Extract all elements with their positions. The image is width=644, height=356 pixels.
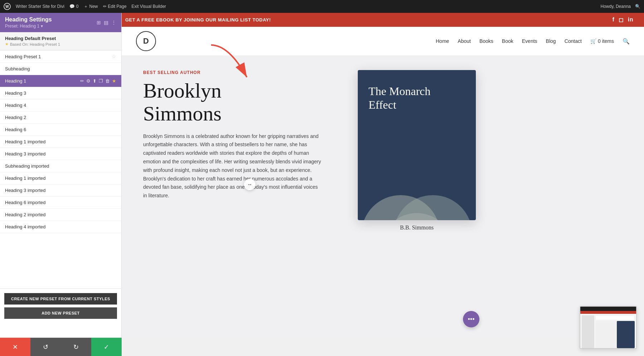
nav-search-icon[interactable]: 🔍 bbox=[623, 38, 630, 45]
nav-home[interactable]: Home bbox=[436, 38, 449, 44]
nav-book[interactable]: Book bbox=[502, 38, 513, 44]
cancel-icon: ✕ bbox=[13, 343, 18, 351]
confirm-icon: ✓ bbox=[104, 343, 109, 351]
preset-item-subheading-imported[interactable]: Subheading imported bbox=[0, 160, 121, 172]
scroll-toggle-button[interactable]: ↔ bbox=[244, 179, 255, 190]
redo-button[interactable]: ↻ bbox=[61, 338, 91, 356]
export-icon[interactable]: ⬆ bbox=[93, 78, 97, 84]
site-logo[interactable]: D bbox=[136, 31, 156, 51]
preset-item-heading-4-imported[interactable]: Heading 4 imported bbox=[0, 221, 121, 233]
best-seller-label: BEST SELLING AUTHOR bbox=[143, 70, 343, 75]
fab-button[interactable]: ••• bbox=[463, 311, 479, 327]
nav-about[interactable]: About bbox=[458, 38, 471, 44]
nav-events[interactable]: Events bbox=[522, 38, 537, 44]
book-cover: The MonarchEffect bbox=[358, 70, 476, 220]
layout-icon[interactable]: ▤ bbox=[104, 20, 108, 25]
book-title: The MonarchEffect bbox=[369, 84, 430, 112]
add-preset-button[interactable]: ADD NEW PRESET bbox=[4, 307, 117, 319]
mini-screenshot-preview bbox=[580, 306, 637, 349]
left-panel: Heading Settings Preset: Heading 1 ▾ ⊞ ▤… bbox=[0, 13, 122, 356]
edit-icon[interactable]: ✏ bbox=[80, 78, 84, 84]
arrow-left-right-icon: ↔ bbox=[247, 182, 252, 187]
comment-icon: 💬 bbox=[69, 4, 75, 9]
site-content: ↔ GET A FREE EBOOK BY JOINING OUR MAILIN… bbox=[122, 13, 644, 356]
preset-item-heading-3[interactable]: Heading 3 bbox=[0, 87, 121, 99]
book-author-name: B.B. Simmons bbox=[358, 224, 476, 231]
panel-content: Heading Settings Preset: Heading 1 ▾ ⊞ ▤… bbox=[0, 13, 121, 356]
nav-books[interactable]: Books bbox=[479, 38, 493, 44]
default-preset-name: Heading Default Preset bbox=[5, 36, 116, 41]
preset-item-heading-preset-1[interactable]: Heading Preset 1 ☆ bbox=[0, 50, 121, 63]
admin-bar: W Writer Starter Site for Divi 💬 0 ＋ New… bbox=[0, 0, 644, 13]
preset-item-heading-1-imported-1[interactable]: Heading 1 imported bbox=[0, 136, 121, 148]
preset-item-heading-3-imported-2[interactable]: Heading 3 imported bbox=[0, 184, 121, 197]
edit-page-link[interactable]: ✏ Edit Page bbox=[103, 4, 127, 9]
window-icon[interactable]: ⊞ bbox=[97, 20, 101, 25]
nav-cart[interactable]: 🛒 0 items bbox=[590, 38, 614, 44]
preset-item-heading-4[interactable]: Heading 4 bbox=[0, 99, 121, 112]
preset-item-heading-2-imported[interactable]: Heading 2 imported bbox=[0, 209, 121, 221]
author-bio: Brooklyn Simmons is a celebrated author … bbox=[143, 132, 322, 200]
cancel-button[interactable]: ✕ bbox=[0, 338, 30, 356]
mini-admin-bar bbox=[580, 307, 636, 311]
announcement-text: GET A FREE EBOOK BY JOINING OUR MAILING … bbox=[125, 17, 271, 23]
pencil-icon: ✏ bbox=[103, 4, 107, 9]
chevron-down-icon: ▾ bbox=[41, 24, 43, 29]
confirm-button[interactable]: ✓ bbox=[91, 338, 122, 356]
wp-logo-icon[interactable]: W bbox=[4, 3, 11, 10]
preset-item-heading-6-imported[interactable]: Heading 6 imported bbox=[0, 197, 121, 209]
exit-builder-link[interactable]: Exit Visual Builder bbox=[132, 4, 166, 9]
create-preset-button[interactable]: CREATE NEW PRESET FROM CURRENT STYLES bbox=[4, 293, 117, 305]
preset-item-heading-6[interactable]: Heading 6 bbox=[0, 124, 121, 136]
default-preset-section: Heading Default Preset ★ Based On: Headi… bbox=[0, 32, 121, 50]
preset-1-actions: ✏ ⚙ ⬆ ❐ 🗑 ★ bbox=[80, 78, 116, 84]
site-nav: Home About Books Book Events Blog Contac… bbox=[436, 38, 630, 45]
social-icons-bar: f ◻ in bbox=[612, 16, 640, 23]
main-layout: Heading Settings Preset: Heading 1 ▾ ⊞ ▤… bbox=[0, 13, 644, 356]
site-main-content: BEST SELLING AUTHOR BrooklynSimmons Broo… bbox=[122, 56, 644, 338]
delete-icon[interactable]: 🗑 bbox=[105, 78, 110, 84]
facebook-icon[interactable]: f bbox=[612, 16, 614, 23]
fab-dots-icon: ••• bbox=[468, 316, 475, 323]
search-icon[interactable]: 🔍 bbox=[635, 4, 640, 9]
preset-item-heading-2[interactable]: Heading 2 bbox=[0, 112, 121, 124]
comments-link[interactable]: 💬 0 bbox=[69, 4, 79, 9]
panel-subtitle: Preset: Heading 1 ▾ bbox=[5, 24, 52, 29]
preset-item-subheading[interactable]: Subheading bbox=[0, 63, 121, 75]
panel-footer: CREATE NEW PRESET FROM CURRENT STYLES AD… bbox=[0, 288, 121, 323]
presets-list: Heading Preset 1 ☆ Subheading Heading 1 … bbox=[0, 50, 121, 288]
preset-item-heading-1-imported-2[interactable]: Heading 1 imported bbox=[0, 172, 121, 184]
linkedin-icon[interactable]: in bbox=[628, 16, 633, 23]
cart-label: 0 items bbox=[598, 38, 614, 44]
nav-contact[interactable]: Contact bbox=[565, 38, 582, 44]
undo-icon: ↺ bbox=[43, 343, 48, 351]
undo-button[interactable]: ↺ bbox=[30, 338, 61, 356]
preset-item-heading-3-imported-1[interactable]: Heading 3 imported bbox=[0, 148, 121, 160]
panel-header-icons: ⊞ ▤ ⋮ bbox=[97, 20, 116, 25]
howdy-label: Howdy, Deanna bbox=[601, 4, 631, 9]
site-header: D Home About Books Book Events Blog Cont… bbox=[122, 27, 644, 56]
preset-label[interactable]: Preset: Heading 1 bbox=[5, 24, 39, 29]
panel-header: Heading Settings Preset: Heading 1 ▾ ⊞ ▤… bbox=[0, 13, 121, 32]
preset-based-on: ★ Based On: Heading Preset 1 bbox=[5, 42, 116, 46]
copy-icon[interactable]: ❐ bbox=[99, 78, 103, 84]
mini-panel-col bbox=[582, 315, 594, 348]
preset-item-heading-1[interactable]: Heading 1 ✏ ⚙ ⬆ ❐ 🗑 ★ bbox=[0, 75, 121, 87]
author-section: BEST SELLING AUTHOR BrooklynSimmons Broo… bbox=[143, 70, 343, 324]
favorite-icon[interactable]: ★ bbox=[112, 78, 116, 84]
site-link[interactable]: Writer Starter Site for Divi bbox=[16, 4, 64, 9]
plus-icon: ＋ bbox=[84, 4, 88, 10]
instagram-icon[interactable]: ◻ bbox=[619, 16, 624, 23]
more-icon[interactable]: ⋮ bbox=[111, 20, 116, 25]
settings-icon[interactable]: ⚙ bbox=[86, 78, 91, 84]
announcement-bar: GET A FREE EBOOK BY JOINING OUR MAILING … bbox=[122, 13, 644, 27]
redo-icon: ↻ bbox=[73, 343, 79, 351]
bottom-action-bar: ✕ ↺ ↻ ✓ bbox=[0, 337, 122, 356]
new-link[interactable]: ＋ New bbox=[84, 4, 98, 10]
nav-blog[interactable]: Blog bbox=[546, 38, 556, 44]
star-icon: ★ bbox=[5, 42, 9, 46]
mini-top-bar bbox=[580, 311, 636, 314]
preset-star-icon[interactable]: ☆ bbox=[112, 54, 116, 59]
svg-text:W: W bbox=[5, 5, 9, 9]
logo-letter: D bbox=[143, 36, 149, 46]
